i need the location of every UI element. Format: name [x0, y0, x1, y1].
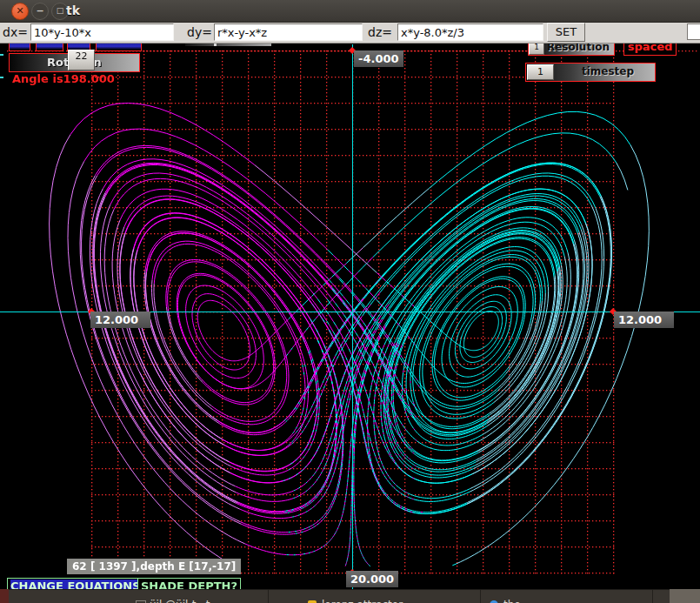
timestep-handle[interactable]: 1	[527, 64, 554, 80]
rotation-handle[interactable]: 22	[68, 50, 95, 70]
edge-tick	[0, 54, 3, 56]
axis-label-bottom: 20.000	[346, 571, 398, 587]
taskbar-left-block	[0, 589, 9, 603]
title-bar[interactable]: ✕ − □ tk	[0, 0, 700, 23]
status-readout: 62 [ 1397 ],depth E [17,-17]	[67, 559, 241, 574]
dx-input[interactable]	[30, 23, 174, 41]
taskbar-item-3[interactable]: the...	[481, 590, 652, 603]
dz-input[interactable]	[397, 23, 543, 41]
taskbar-item-2[interactable]: lorenz attractor	[270, 590, 480, 603]
taskbar-separator	[652, 590, 653, 603]
axis-label-left: 12.000	[90, 312, 150, 328]
dx-label: dx=	[3, 25, 28, 39]
dy-label: dy=	[187, 25, 212, 39]
dz-label: dz=	[368, 25, 392, 39]
axis-label-top: -4.000	[354, 50, 403, 67]
taskbar-tray-block[interactable]	[670, 589, 700, 603]
timestep-label: timestep	[543, 65, 672, 77]
equation-toolbar: dx= dy= dz= SET	[0, 22, 700, 44]
taskbar-separator	[268, 590, 269, 603]
dy-input[interactable]	[214, 23, 363, 41]
window-title: tk	[66, 3, 80, 17]
taskbar-item-1[interactable]: üil @üil-t...t	[130, 590, 268, 603]
edge-tick	[0, 77, 3, 78]
rotation-slider[interactable]: Rotation 22	[9, 53, 140, 72]
close-icon[interactable]: ✕	[11, 3, 29, 20]
angle-readout: Angle is198.000	[12, 72, 115, 85]
taskbar[interactable]: üil @üil-t...t lorenz attractor the...	[0, 589, 700, 603]
set-button[interactable]: SET	[547, 23, 585, 42]
minimize-icon[interactable]: −	[31, 3, 49, 20]
extra-entry-sliver	[687, 23, 700, 40]
timestep-slider[interactable]: 1 timestep	[525, 63, 656, 82]
axis-label-right: 12.000	[614, 312, 674, 328]
